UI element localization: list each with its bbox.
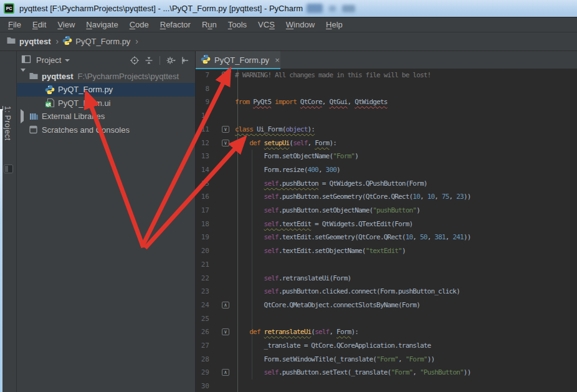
- menu-run[interactable]: Run: [196, 17, 222, 32]
- breadcrumb-separator: ›: [135, 36, 138, 46]
- code-line-13: Form.setObjectName("Form"): [235, 150, 358, 163]
- line-number: 26: [196, 325, 209, 339]
- qt-ui-file-icon: qt: [45, 98, 55, 108]
- line-number: 21: [196, 258, 209, 272]
- line-number: 12: [196, 136, 209, 150]
- collapse-all-icon[interactable]: [144, 55, 154, 65]
- tree-expanded-icon[interactable]: [21, 72, 26, 81]
- menu-window[interactable]: Window: [280, 17, 320, 32]
- menu-vcs[interactable]: VCS: [252, 17, 280, 32]
- code-line-27: _translate = QtCore.QCoreApplication.tra…: [235, 339, 431, 353]
- code-line-18: self.textEdit = QtWidgets.QTextEdit(Form…: [235, 218, 412, 231]
- line-number: 8: [196, 82, 209, 96]
- tree-item-label: External Libraries: [42, 112, 105, 121]
- divider: [160, 56, 160, 65]
- tree-item-label: PyQT_Form.ui: [58, 98, 111, 108]
- line-number: 19: [196, 231, 209, 244]
- code-line-23: self.pushButton.clicked.connect(Form.pus…: [235, 285, 460, 299]
- python-icon: [62, 36, 72, 47]
- line-number: 11: [196, 123, 209, 136]
- tree-item-external-libraries[interactable]: External Libraries: [17, 110, 195, 123]
- menu-tools[interactable]: Tools: [222, 17, 252, 32]
- tree-item-label: Scratches and Consoles: [42, 125, 130, 135]
- python-file-icon: [201, 54, 211, 67]
- folder-icon: [29, 71, 39, 81]
- line-number: 22: [196, 272, 209, 285]
- window-border-left: [0, 109, 2, 392]
- blurred-titlebar-icon: [329, 6, 336, 12]
- line-number: 9: [196, 95, 209, 109]
- folder-icon: [6, 36, 16, 47]
- breadcrumb-pyqt_form.py[interactable]: PyQT_Form.py: [62, 36, 130, 47]
- project-panel-icon: [21, 54, 31, 67]
- fold-start-icon[interactable]: ∨: [222, 72, 229, 79]
- code-line-11: class Ui_Form(object):: [235, 123, 315, 136]
- blurred-titlebar-icon: [307, 4, 323, 13]
- line-number: 13: [196, 150, 209, 163]
- locate-target-icon[interactable]: [130, 55, 140, 65]
- python-icon: [45, 85, 55, 95]
- line-number: 14: [196, 163, 209, 177]
- code-line-9: from PyQt5 import QtCore, QtGui, QtWidge…: [235, 95, 388, 109]
- tree-item-scratches-and-consoles[interactable]: Scratches and Consoles: [17, 123, 195, 136]
- tree-collapsed-icon[interactable]: [21, 112, 26, 121]
- code-editor[interactable]: 7∨# WARNING! All changes made in this fi…: [196, 69, 577, 392]
- line-number: 18: [196, 218, 209, 231]
- tab-close-icon[interactable]: ×: [275, 56, 280, 64]
- settings-gear-icon[interactable]: [166, 55, 176, 65]
- project-panel-title[interactable]: Project: [36, 55, 61, 65]
- menu-view[interactable]: View: [52, 17, 80, 32]
- menu-refactor[interactable]: Refactor: [155, 17, 196, 32]
- project-tree: pyqttestF:\PycharmProjects\pyqttestPyQT_…: [17, 69, 195, 392]
- breadcrumb-separator: ›: [56, 36, 59, 46]
- line-number: 27: [196, 339, 209, 353]
- menu-code[interactable]: Code: [124, 17, 155, 32]
- fold-end-icon[interactable]: ∧: [222, 302, 229, 308]
- line-number: 23: [196, 285, 209, 299]
- chevron-down-icon[interactable]: [65, 59, 70, 62]
- code-line-12: def setupUi(self, Form):: [235, 136, 336, 150]
- line-number: 28: [196, 353, 209, 366]
- left-tool-window-stripe: 1: Project: [0, 51, 17, 392]
- menu-help[interactable]: Help: [320, 17, 348, 32]
- tree-item-label: PyQT_Form.py: [58, 85, 113, 94]
- code-line-14: Form.resize(400, 300): [235, 163, 340, 177]
- menu-file[interactable]: File: [2, 17, 27, 32]
- line-number: 15: [196, 177, 209, 191]
- tree-item-pyqt-form-ui[interactable]: qtPyQT_Form.ui: [17, 96, 195, 110]
- code-line-24: QtCore.QMetaObject.connectSlotsByName(Fo…: [235, 299, 420, 312]
- project-panel: Project pyqttestF:\PycharmProjects\pyqtt…: [17, 51, 195, 392]
- hide-panel-icon[interactable]: [180, 55, 190, 65]
- tool-window-button-project[interactable]: 1: Project: [3, 106, 12, 141]
- line-number: 20: [196, 244, 209, 258]
- code-line-22: self.retranslateUi(Form): [235, 272, 351, 285]
- tree-item-pyqttest[interactable]: pyqttestF:\PycharmProjects\pyqttest: [17, 69, 195, 83]
- code-line-15: self.pushButton = QtWidgets.QPushButton(…: [235, 177, 427, 191]
- tree-item-pyqt-form-py[interactable]: PyQT_Form.py: [17, 83, 195, 97]
- editor-tab-label: PyQT_Form.py: [214, 55, 269, 65]
- fold-start-icon[interactable]: ∨: [222, 328, 229, 335]
- code-line-17: self.pushButton.setObjectName("pushButto…: [235, 204, 420, 218]
- svg-text:qt: qt: [45, 102, 51, 107]
- code-line-20: self.textEdit.setObjectName("textEdit"): [235, 244, 406, 258]
- navigation-breadcrumb-bar: pyqttest›PyQT_Form.py›: [0, 32, 577, 51]
- breadcrumb-pyqttest[interactable]: pyqttest: [6, 36, 51, 47]
- fold-end-icon[interactable]: ∧: [222, 369, 229, 376]
- libraries-icon: [29, 112, 39, 122]
- menu-edit[interactable]: Edit: [27, 17, 52, 32]
- project-tool-window-icon[interactable]: [4, 165, 13, 173]
- scratches-icon: [29, 125, 39, 135]
- editor-tab-bar: PyQT_Form.py ×: [196, 51, 577, 69]
- line-number: 29: [196, 366, 209, 380]
- menu-bar: FileEditViewNavigateCodeRefactorRunTools…: [0, 17, 577, 32]
- line-number: 7: [196, 69, 209, 82]
- line-number: 10: [196, 109, 209, 123]
- project-panel-header: Project: [17, 51, 195, 69]
- editor-tab-pyqt-form[interactable]: PyQT_Form.py ×: [196, 51, 280, 69]
- fold-start-icon[interactable]: ∨: [222, 126, 229, 133]
- menu-navigate[interactable]: Navigate: [80, 17, 123, 32]
- fold-start-icon[interactable]: ∨: [222, 140, 229, 146]
- window-title: pyqttest [F:\PycharmProjects\pyqttest] -…: [19, 4, 303, 13]
- code-line-29: self.pushButton.setText(_translate("Form…: [235, 366, 471, 380]
- code-line-19: self.textEdit.setGeometry(QtCore.QRect(1…: [235, 231, 471, 244]
